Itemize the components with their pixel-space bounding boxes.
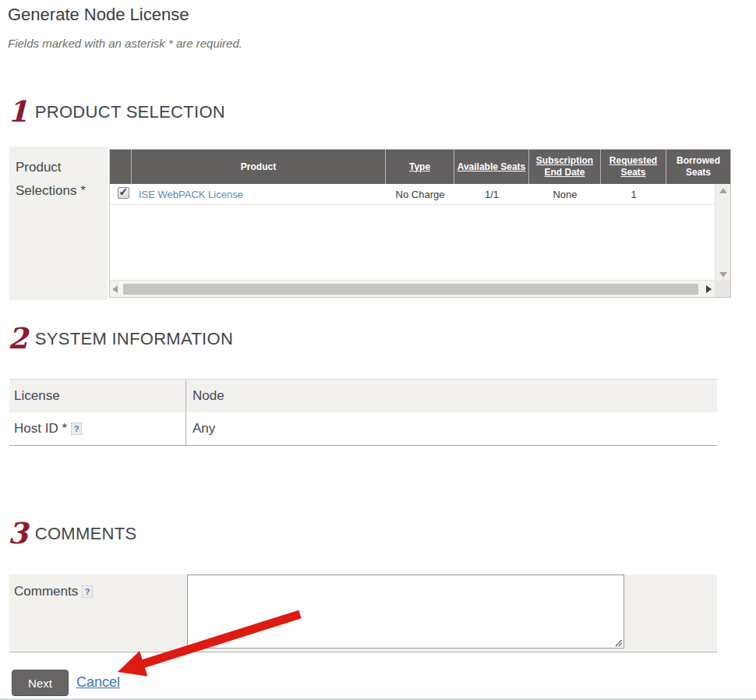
row-subscription-end-date-cell: None (529, 189, 601, 200)
scroll-right-icon[interactable] (706, 285, 712, 293)
header-subscription-end-date[interactable]: Subscription End Date (529, 150, 601, 184)
row-type-cell: No Charge (386, 189, 454, 200)
scroll-down-icon[interactable] (719, 272, 727, 278)
header-type[interactable]: Type (386, 150, 454, 184)
comments-textarea[interactable] (187, 574, 624, 649)
comments-textarea-wrap (187, 574, 624, 649)
required-fields-note: Fields marked with an asterisk * are req… (8, 37, 242, 50)
section-title-comments: COMMENTS (35, 524, 137, 547)
product-link[interactable]: ISE WebPACK License (139, 189, 243, 200)
scroll-left-icon[interactable] (112, 285, 118, 293)
comments-label: Comments ? (14, 584, 93, 599)
host-id-label-text: Host ID * (14, 421, 67, 437)
help-icon[interactable]: ? (71, 422, 82, 435)
next-button[interactable]: Next (12, 670, 69, 696)
checkmark-icon: ✓ (119, 186, 129, 198)
section-title-system-information: SYSTEM INFORMATION (35, 329, 233, 352)
row-available-seats-cell: 1/1 (454, 189, 529, 200)
product-selections-label: Product Selections * (9, 147, 108, 300)
comments-row: Comments ? (9, 574, 717, 652)
scrollbar-corner (715, 280, 730, 297)
header-available-seats[interactable]: Available Seats (454, 150, 529, 184)
license-value: Node (185, 380, 717, 412)
host-id-row: Host ID * ? Any (9, 412, 717, 445)
section-product-selection-heading: 1 PRODUCT SELECTION (8, 98, 225, 126)
row-checkbox-cell: ✓ (110, 187, 132, 201)
product-table-header-row: Product Type Available Seats Subscriptio… (110, 150, 730, 184)
page-title: Generate Node License (8, 5, 189, 25)
license-row: License Node (9, 380, 717, 412)
section-system-information-heading: 2 SYSTEM INFORMATION (8, 325, 233, 352)
section-number-2: 2 (8, 325, 28, 352)
row-product-cell: ISE WebPACK License (132, 189, 386, 200)
header-borrowed-seats: Borrowed Seats (666, 150, 730, 184)
license-label: License (9, 388, 185, 404)
header-product: Product (132, 150, 386, 184)
scroll-up-icon[interactable] (719, 188, 727, 193)
header-requested-seats[interactable]: Requested Seats (601, 150, 666, 184)
product-selection-table: Product Type Available Seats Subscriptio… (109, 149, 731, 298)
system-information-table: License Node Host ID * ? Any (9, 379, 717, 446)
horizontal-scrollbar[interactable] (110, 280, 715, 297)
generate-node-license-page: Generate Node License Fields marked with… (0, 0, 756, 700)
host-id-label: Host ID * ? (9, 421, 185, 437)
horizontal-scrollbar-thumb[interactable] (123, 284, 698, 295)
row-requested-seats-cell: 1 (601, 189, 666, 200)
section-comments-heading: 3 COMMENTS (8, 520, 136, 547)
host-id-value: Any (185, 412, 717, 445)
help-icon[interactable]: ? (82, 585, 93, 598)
vertical-scrollbar[interactable] (715, 184, 730, 281)
section-number-1: 1 (8, 98, 28, 126)
section-title-product-selection: PRODUCT SELECTION (35, 102, 225, 126)
comments-label-text: Comments (14, 584, 78, 599)
section-number-3: 3 (8, 520, 28, 547)
product-row-checkbox[interactable]: ✓ (118, 187, 129, 199)
cancel-link[interactable]: Cancel (76, 674, 120, 691)
table-row: ✓ ISE WebPACK License No Charge 1/1 None… (110, 184, 730, 205)
header-checkbox-column (110, 150, 132, 184)
